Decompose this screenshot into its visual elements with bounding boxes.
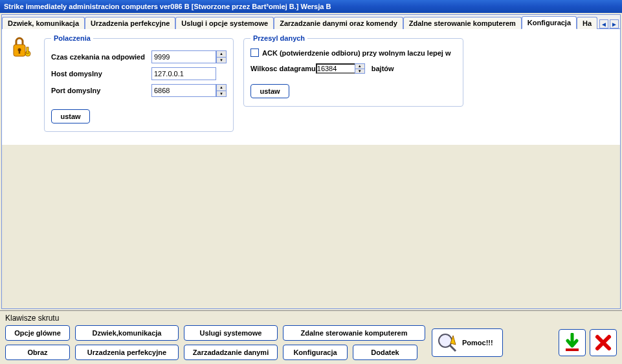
button-pomoc[interactable]: Pomoc!!! xyxy=(432,328,503,357)
config-panels: Polaczenia Czas czekania na odpowied ▲ ▼… xyxy=(2,29,620,145)
group-polaczenia: Polaczenia Czas czekania na odpowied ▲ ▼… xyxy=(44,34,234,132)
label-port: Port domyslny xyxy=(51,87,151,94)
tab-scroll: ◄ ► xyxy=(598,19,620,28)
svg-rect-2 xyxy=(19,50,20,54)
download-arrow-icon xyxy=(562,333,582,352)
spinner-port-buttons: ▲ ▼ xyxy=(216,84,227,97)
lock-key-icon xyxy=(8,34,34,60)
label-datagram-unit: bajtów xyxy=(372,65,394,72)
tab-dzwiek[interactable]: Dzwiek, komunikacja xyxy=(2,17,85,29)
window-title: Strike immediately administracion comput… xyxy=(4,3,331,10)
label-ack: ACK (potwierdzenie odbioru) przy wolnym … xyxy=(262,49,451,57)
tab-scroll-left-icon[interactable]: ◄ xyxy=(599,19,608,28)
group-polaczenia-legend: Polaczenia xyxy=(51,34,93,42)
spinner-timeout: ▲ ▼ xyxy=(151,50,227,63)
tab-uslugi[interactable]: Uslugi i opcje systemowe xyxy=(175,17,274,29)
button-download[interactable] xyxy=(559,329,586,356)
tab-content-konfiguracja: Polaczenia Czas czekania na odpowied ▲ ▼… xyxy=(2,29,620,308)
label-host: Host domyslny xyxy=(51,70,151,78)
spinner-up-icon[interactable]: ▲ xyxy=(217,85,226,91)
shortcuts-row: Opcje glówne Dzwiek,komunikacja Uslugi s… xyxy=(5,325,617,360)
svg-rect-4 xyxy=(27,47,28,54)
checkbox-ack[interactable] xyxy=(250,48,259,57)
button-opcje-glowne[interactable]: Opcje glówne xyxy=(5,325,70,341)
button-ustaw-connections[interactable]: ustaw xyxy=(51,109,90,123)
spinner-down-icon[interactable]: ▼ xyxy=(355,69,364,74)
window-titlebar: Strike immediately administracion comput… xyxy=(0,0,622,13)
spinner-up-icon[interactable]: ▲ xyxy=(355,64,364,69)
button-dodatek[interactable]: Dodatek xyxy=(353,345,417,360)
spinner-down-icon[interactable]: ▼ xyxy=(217,91,226,97)
input-host[interactable] xyxy=(151,67,216,80)
button-zdalne-sterowanie[interactable]: Zdalne sterowanie komputerem xyxy=(283,325,425,341)
shortcuts-bar: Klawisze skrutu Opcje glówne Dzwiek,komu… xyxy=(0,310,622,364)
label-timeout: Czas czekania na odpowied xyxy=(51,53,151,61)
row-datagram: Wilkosc datagramu ▲ ▼ bajtów xyxy=(250,63,456,74)
row-port: Port domyslny ▲ ▼ xyxy=(51,83,227,98)
tab-ha[interactable]: Ha xyxy=(577,17,597,29)
right-icon-buttons xyxy=(559,329,617,356)
button-dzwiek-komunikacja[interactable]: Dzwiek,komunikacja xyxy=(75,325,179,341)
svg-rect-7 xyxy=(566,348,579,351)
spinner-timeout-buttons: ▲ ▼ xyxy=(216,50,227,63)
tab-container: Dzwiek, komunikacja Urzadzenia perfekcyj… xyxy=(1,14,621,309)
tab-konfiguracja[interactable]: Konfiguracja xyxy=(522,16,577,29)
button-ustaw-transfer[interactable]: ustaw xyxy=(250,84,289,98)
spinner-datagram: ▲ ▼ xyxy=(316,63,365,74)
tab-scroll-right-icon[interactable]: ► xyxy=(610,19,619,28)
button-urzadzenia-perfekcyjne[interactable]: Urzadzenia perfekcyjne xyxy=(75,345,179,360)
shortcuts-grid: Opcje glówne Dzwiek,komunikacja Uslugi s… xyxy=(5,325,425,360)
group-przesyl-legend: Przesyl danych xyxy=(250,34,307,42)
tab-urzadzenia[interactable]: Urzadzenia perfekcyjne xyxy=(85,17,175,29)
background-panel xyxy=(2,139,620,308)
group-przesyl: Przesyl danych ACK (potwierdzenie odbior… xyxy=(243,34,463,107)
tab-strip: Dzwiek, komunikacja Urzadzenia perfekcyj… xyxy=(2,15,620,29)
spinner-datagram-buttons: ▲ ▼ xyxy=(355,63,365,74)
help-icon xyxy=(436,332,458,354)
tab-zarzadzanie[interactable]: Zarzadzanie danymi oraz komendy xyxy=(274,17,403,29)
input-timeout[interactable] xyxy=(151,50,216,63)
spinner-up-icon[interactable]: ▲ xyxy=(217,51,226,58)
shortcuts-title: Klawisze skrutu xyxy=(5,314,617,323)
label-datagram: Wilkosc datagramu xyxy=(250,65,316,72)
button-zarzadzanie-danymi[interactable]: Zarzadadzanie danymi xyxy=(184,345,278,360)
row-ack: ACK (potwierdzenie odbioru) przy wolnym … xyxy=(250,48,456,57)
button-uslugi-systemowe[interactable]: Uslugi systemowe xyxy=(184,325,278,341)
label-pomoc: Pomoc!!! xyxy=(462,339,493,347)
input-datagram[interactable] xyxy=(316,63,355,74)
button-konfiguracja[interactable]: Konfiguracja xyxy=(283,345,348,360)
spinner-port: ▲ ▼ xyxy=(151,84,227,97)
row-timeout: Czas czekania na odpowied ▲ ▼ xyxy=(51,50,227,64)
button-obraz[interactable]: Obraz xyxy=(5,345,70,360)
tab-zdalne[interactable]: Zdalne sterowanie komputerem xyxy=(403,17,522,29)
spinner-down-icon[interactable]: ▼ xyxy=(217,58,226,63)
row-host: Host domyslny xyxy=(51,67,227,81)
input-port[interactable] xyxy=(151,84,216,97)
svg-line-6 xyxy=(450,345,456,351)
close-x-icon xyxy=(594,333,613,352)
button-close[interactable] xyxy=(590,329,617,356)
